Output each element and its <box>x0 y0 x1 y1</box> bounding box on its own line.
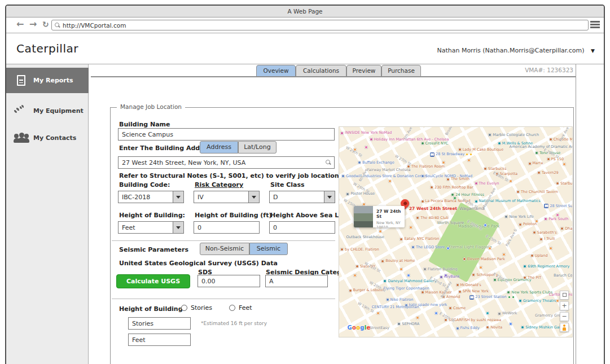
building-name-label: Building Name <box>119 121 170 128</box>
map-pin[interactable] <box>549 247 552 250</box>
map-pin[interactable] <box>400 267 403 271</box>
tab-preview[interactable]: Preview <box>346 65 381 77</box>
map-label: The PIT <box>523 276 541 280</box>
fieldset-legend: Manage Job Location <box>117 103 185 110</box>
risk-category-select[interactable]: IV <box>194 191 260 203</box>
height-unit-select[interactable]: Feet <box>118 221 184 234</box>
map-label: Starbucks <box>484 167 506 171</box>
map-pin[interactable] <box>407 274 410 277</box>
address-toggle-button[interactable]: Address <box>200 141 238 154</box>
map-pin[interactable] <box>388 179 392 183</box>
latlong-toggle-button[interactable]: Lat/Long <box>238 141 277 154</box>
forward-button[interactable]: → <box>29 19 37 29</box>
sidebar-item-my-contacts[interactable]: My Contacts <box>6 125 89 151</box>
building-name-input[interactable] <box>118 128 335 141</box>
card-city: New York, NY 10010 <box>376 221 405 227</box>
sds-input[interactable] <box>198 275 260 287</box>
stories-input[interactable] <box>128 317 191 330</box>
chevron-down-icon[interactable] <box>173 222 183 233</box>
chevron-down-icon[interactable] <box>248 191 259 203</box>
height-sea-input[interactable] <box>269 221 335 234</box>
card-address: 27 W 24th St <box>376 209 405 219</box>
map-pin[interactable] <box>509 322 512 326</box>
map-pin[interactable] <box>556 299 559 302</box>
user-name: Nathan Morris (Nathan.Morris@Caterpillar… <box>437 47 584 54</box>
map-pin[interactable] <box>376 312 380 315</box>
map-pin[interactable] <box>467 159 471 162</box>
risk-category-label: Risk Category <box>195 181 243 188</box>
map-label: SPiN New York <box>458 290 489 293</box>
sdc-input[interactable] <box>265 275 328 287</box>
tab-calculations[interactable]: Calculations <box>296 65 346 77</box>
menu-icon[interactable] <box>590 21 600 29</box>
map-pin[interactable] <box>535 220 538 223</box>
map-label: 24 Hour Fitness <box>451 193 484 197</box>
map-pin[interactable] <box>442 161 445 164</box>
radio-circle[interactable] <box>229 305 235 311</box>
chevron-down-icon[interactable] <box>324 191 335 203</box>
map-pin[interactable] <box>486 312 489 315</box>
height-ft-input[interactable] <box>194 221 260 234</box>
map-pin[interactable] <box>556 213 559 217</box>
map-pin[interactable] <box>435 312 438 315</box>
vma-number: VMA#: 1236323 <box>491 67 573 73</box>
fullscreen-button[interactable] <box>560 291 569 300</box>
site-class-label: Site Class <box>270 181 305 188</box>
map-label: Park South <box>544 217 568 221</box>
address-search-icon[interactable] <box>326 160 331 165</box>
map-label: Starbucks <box>556 182 573 186</box>
map-pin[interactable] <box>353 274 357 277</box>
map-pin[interactable] <box>502 253 506 256</box>
radio-circle[interactable] <box>181 305 187 311</box>
map-pin[interactable] <box>479 266 482 269</box>
refresh-button[interactable]: ↻ <box>42 20 49 29</box>
estimate-note: *Estimated 16 ft per story <box>201 321 267 326</box>
map-label: SEPHORA <box>397 322 419 326</box>
calculate-usgs-button[interactable]: Calculate USGS Values <box>116 274 190 288</box>
seismic-toggle-button[interactable]: Seismic <box>249 243 288 255</box>
map-label: The LEGO Store <box>411 245 445 249</box>
map-label: Nike Flatiron <box>386 298 414 302</box>
feet-input[interactable] <box>128 334 191 346</box>
map-label: KeyBank <box>440 275 460 279</box>
map-label: Eternal Light Flagpole <box>449 245 492 249</box>
map-pin[interactable] <box>563 163 566 166</box>
zoom-in-button[interactable]: + <box>560 301 569 310</box>
height-unit-label: Height of Building: <box>119 212 185 219</box>
map-controls: + − <box>560 291 569 334</box>
zoom-out-button[interactable]: − <box>560 312 569 321</box>
user-menu[interactable]: Nathan Morris (Nathan.Morris@Caterpillar… <box>437 47 595 54</box>
sidebar-item-my-reports[interactable]: My Reports <box>6 68 89 93</box>
site-class-select[interactable]: D <box>269 191 335 203</box>
map-label: Poster House <box>346 192 375 196</box>
back-button[interactable]: ← <box>16 19 24 29</box>
url-bar[interactable]: http://VMCportal.com <box>51 20 589 30</box>
tab-overview[interactable]: Oveview <box>256 65 296 77</box>
map-canvas[interactable]: INNSIDE New York NoMadHoliday Inn Manhat… <box>339 126 573 337</box>
map-label: The Churchill Tavern <box>516 190 558 194</box>
app-header: Caterpillar Nathan Morris (Nathan.Morris… <box>6 33 604 64</box>
map-pin[interactable] <box>409 226 412 229</box>
map-label: Eataly NYC Flatiron <box>400 237 439 241</box>
map-pin[interactable] <box>416 316 419 319</box>
address-input[interactable] <box>118 156 335 169</box>
feet-radio[interactable]: Feet <box>229 304 252 312</box>
sidebar-item-label: My Reports <box>33 77 73 84</box>
building-code-select[interactable]: IBC-2018 <box>118 191 184 203</box>
map-label: M28 St Broadway <box>430 152 472 157</box>
pegman-button[interactable] <box>560 323 569 332</box>
stories-radio[interactable]: Stories <box>181 304 212 312</box>
map-label: 230 Fifth Rooftop Bar <box>430 186 473 190</box>
map-pin[interactable] <box>446 247 450 250</box>
map-pin[interactable] <box>353 148 357 151</box>
sidebar-item-label: My Contacts <box>33 134 76 142</box>
map-label: Flying Tiger Copenhagen <box>383 287 429 291</box>
map-pin[interactable] <box>365 146 368 149</box>
chevron-down-icon[interactable] <box>173 191 183 203</box>
map-pin[interactable] <box>509 179 512 183</box>
sidebar-item-my-equipment[interactable]: My Equipment <box>6 98 89 124</box>
search-icon <box>55 23 60 28</box>
tab-purchase[interactable]: Purchase <box>381 65 421 77</box>
non-seismic-toggle-button[interactable]: Non-Seismic <box>200 243 249 255</box>
map-pin[interactable] <box>379 230 382 233</box>
